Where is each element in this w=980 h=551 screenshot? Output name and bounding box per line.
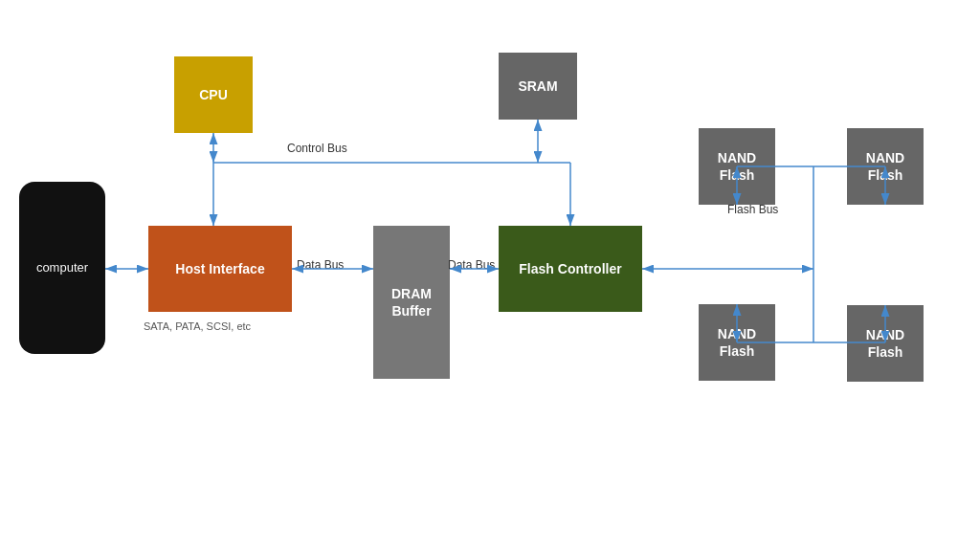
data-bus-left-label: Data Bus: [297, 258, 344, 272]
flash-bus-label: Flash Bus: [727, 203, 778, 216]
flash-controller-block: Flash Controller: [499, 226, 642, 312]
computer-block: computer: [19, 182, 105, 354]
nand-flash-4-block: NAND Flash: [847, 305, 924, 382]
nand-flash-4-label: NAND Flash: [847, 326, 924, 361]
sata-label: SATA, PATA, SCSI, etc: [144, 320, 251, 332]
host-interface-block: Host Interface: [148, 226, 292, 312]
nand-flash-1-block: NAND Flash: [699, 128, 775, 205]
sram-label: SRAM: [518, 77, 557, 95]
nand-flash-1-label: NAND Flash: [699, 149, 775, 184]
data-bus-right-label: Data Bus: [448, 258, 495, 272]
diagram: computer CPU SRAM Host Interface DRAM Bu…: [0, 0, 980, 551]
nand-flash-2-block: NAND Flash: [847, 128, 924, 205]
nand-flash-2-label: NAND Flash: [847, 149, 924, 184]
host-interface-label: Host Interface: [175, 260, 264, 277]
sram-block: SRAM: [499, 53, 577, 120]
cpu-block: CPU: [174, 56, 253, 133]
computer-label: computer: [36, 260, 88, 276]
dram-buffer-block: DRAM Buffer: [373, 226, 450, 379]
cpu-label: CPU: [199, 86, 228, 103]
nand-flash-3-label: NAND Flash: [699, 325, 775, 360]
arrows-svg: [0, 0, 980, 551]
nand-flash-3-block: NAND Flash: [699, 304, 775, 381]
control-bus-label: Control Bus: [287, 142, 347, 155]
dram-buffer-label: DRAM Buffer: [373, 285, 450, 320]
flash-controller-label: Flash Controller: [519, 260, 621, 277]
